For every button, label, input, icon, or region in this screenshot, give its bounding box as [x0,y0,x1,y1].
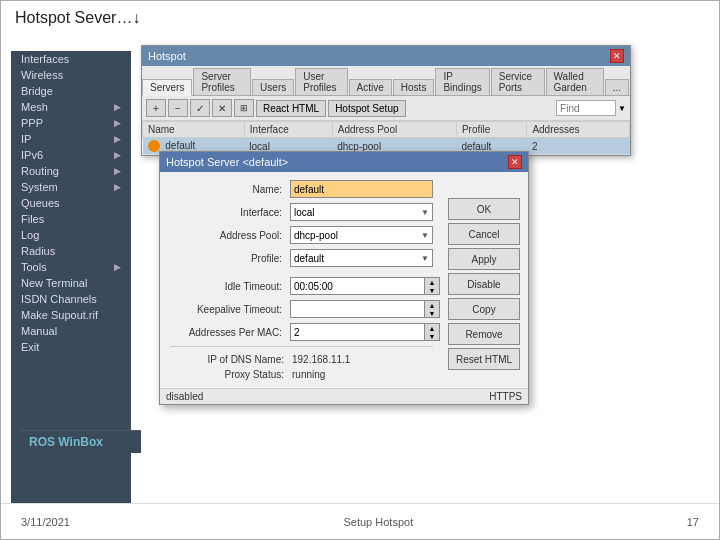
hotspot-titlebar: Hotspot ✕ [142,46,630,66]
address-pool-select[interactable]: dhcp-pool ▼ [290,226,433,244]
profile-field-row: Profile: default ▼ [170,249,433,267]
sidebar-item-0[interactable]: Interfaces [11,51,131,67]
tab-server-profiles[interactable]: Server Profiles [193,68,251,95]
proxy-status-value: running [292,369,325,380]
col-address-pool: Address Pool [332,122,456,138]
copy-button[interactable]: Copy [448,298,520,320]
keepalive-timeout-up[interactable]: ▲ [425,301,439,309]
filter-button[interactable]: ⊞ [234,99,254,117]
sidebar-item-2[interactable]: Bridge [11,83,131,99]
cell-addresses: 2 [527,138,630,155]
sidebar-item-3[interactable]: Mesh▶ [11,99,131,115]
remove-button[interactable]: Remove [448,323,520,345]
find-dropdown[interactable]: ▼ [618,104,626,113]
sidebar-item-16[interactable]: Make Supout.rif [11,307,131,323]
name-label: Name: [170,184,290,195]
proxy-status-label: Proxy Status: [172,369,292,380]
addresses-per-mac-up[interactable]: ▲ [425,324,439,332]
sidebar-item-11[interactable]: Log [11,227,131,243]
profile-select[interactable]: default ▼ [290,249,433,267]
check-button[interactable]: ✓ [190,99,210,117]
idle-timeout-up[interactable]: ▲ [425,278,439,286]
sidebar-item-4[interactable]: PPP▶ [11,115,131,131]
idle-timeout-input[interactable] [290,277,424,295]
slide-footer: 3/11/2021 Setup Hotspot 17 [1,503,719,539]
dialog-body: Name: Interface: local ▼ Address Pool: d… [160,172,443,388]
keepalive-timeout-down[interactable]: ▼ [425,309,439,317]
profile-value: default [294,253,324,264]
cancel-button[interactable]: Cancel [448,223,520,245]
sidebar-item-5[interactable]: IP▶ [11,131,131,147]
find-area: ▼ [556,100,626,116]
col-name: Name [143,122,245,138]
tab-servers[interactable]: Servers [142,79,192,96]
addresses-per-mac-down[interactable]: ▼ [425,332,439,340]
sidebar-item-6[interactable]: IPv6▶ [11,147,131,163]
interface-arrow: ▼ [421,208,429,217]
tab-user-profiles[interactable]: User Profiles [295,68,347,95]
proxy-status-row: Proxy Status: running [170,369,433,380]
footer-page: 17 [687,516,699,528]
col-interface: Interface [244,122,332,138]
cancel-button[interactable]: ✕ [212,99,232,117]
keepalive-timeout-label: Keepalive Timeout: [170,304,290,315]
tabs-container: ServersServer ProfilesUsersUser Profiles… [142,68,630,95]
addresses-per-mac-spinbox: ▲ ▼ [290,323,440,341]
tab-...[interactable]: ... [605,79,629,95]
hotspot-window: Hotspot ✕ ServersServer ProfilesUsersUse… [141,45,631,156]
name-input[interactable] [290,180,433,198]
server-dialog-close[interactable]: ✕ [508,155,522,169]
find-input[interactable] [556,100,616,116]
interface-value: local [294,207,315,218]
idle-timeout-spinbox: ▲ ▼ [290,277,440,295]
sidebar-item-17[interactable]: Manual [11,323,131,339]
server-dialog: Hotspot Server <default> ✕ Name: Interfa… [159,151,529,405]
reset-html-button[interactable]: Reset HTML [448,348,520,370]
sidebar: InterfacesWirelessBridgeMesh▶PPP▶IP▶IPv6… [11,51,131,503]
address-pool-label: Address Pool: [170,230,290,241]
remove-button[interactable]: − [168,99,188,117]
react-html-button[interactable]: React HTML [256,100,326,117]
interface-select[interactable]: local ▼ [290,203,433,221]
tab-ip-bindings[interactable]: IP Bindings [435,68,489,95]
addresses-per-mac-input[interactable] [290,323,424,341]
tab-hosts[interactable]: Hosts [393,79,435,95]
sidebar-item-14[interactable]: New Terminal [11,275,131,291]
keepalive-timeout-field-row: Keepalive Timeout: ▲ ▼ [170,300,433,318]
disable-button[interactable]: Disable [448,273,520,295]
add-button[interactable]: + [146,99,166,117]
sidebar-item-18[interactable]: Exit [11,339,131,355]
hotspot-close-button[interactable]: ✕ [610,49,624,63]
keepalive-timeout-spin-btns: ▲ ▼ [424,300,440,318]
interface-label: Interface: [170,207,290,218]
sidebar-item-15[interactable]: ISDN Channels [11,291,131,307]
tab-active[interactable]: Active [349,79,392,95]
dialog-footer: disabled HTTPS [160,388,528,404]
name-field-row: Name: [170,180,433,198]
idle-timeout-label: Idle Timeout: [170,281,290,292]
sidebar-item-7[interactable]: Routing▶ [11,163,131,179]
sidebar-item-9[interactable]: Queues [11,195,131,211]
tab-users[interactable]: Users [252,79,294,95]
addresses-per-mac-label: Addresses Per MAC: [170,327,290,338]
ok-button[interactable]: OK [448,198,520,220]
sidebar-item-8[interactable]: System▶ [11,179,131,195]
profile-label: Profile: [170,253,290,264]
sidebar-item-12[interactable]: Radius [11,243,131,259]
sidebar-item-1[interactable]: Wireless [11,67,131,83]
keepalive-timeout-input[interactable] [290,300,424,318]
ros-label: ROS WinBox [21,430,141,453]
hotspot-setup-button[interactable]: Hotspot Setup [328,100,405,117]
hotspot-tabs-bar: ServersServer ProfilesUsersUser Profiles… [142,66,630,96]
tab-walled-garden[interactable]: Walled Garden [546,68,604,95]
profile-arrow: ▼ [421,254,429,263]
idle-timeout-down[interactable]: ▼ [425,286,439,294]
sidebar-item-10[interactable]: Files [11,211,131,227]
footer-left: disabled [166,391,203,402]
ip-dns-name-value: 192.168.11.1 [292,354,350,365]
hotspot-toolbar: + − ✓ ✕ ⊞ React HTML Hotspot Setup ▼ [142,96,630,121]
sidebar-item-13[interactable]: Tools▶ [11,259,131,275]
apply-button[interactable]: Apply [448,248,520,270]
tab-service-ports[interactable]: Service Ports [491,68,545,95]
idle-timeout-spin-btns: ▲ ▼ [424,277,440,295]
